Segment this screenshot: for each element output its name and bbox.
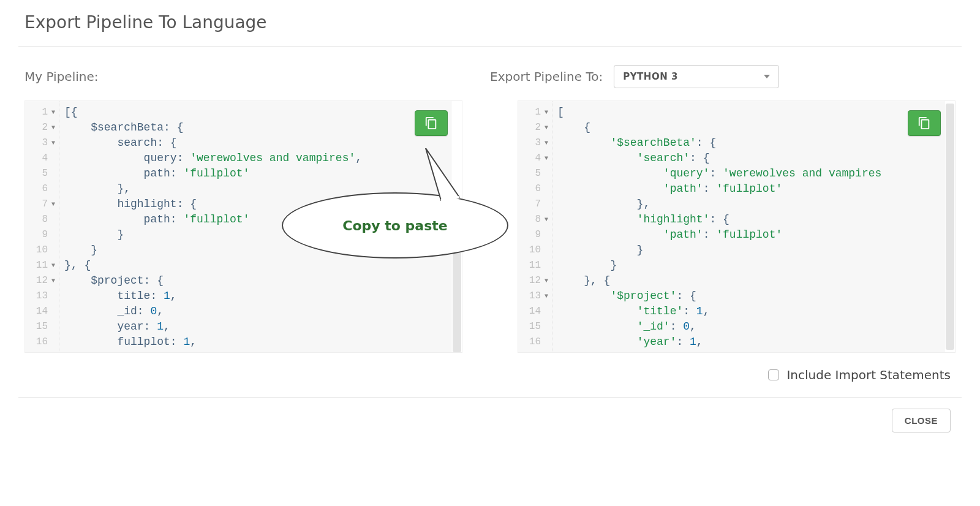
line-number: 16: [29, 334, 56, 350]
code-line: 'year': 1,: [557, 334, 881, 350]
scrollbar[interactable]: [944, 101, 955, 352]
exported-gutter: 1▼2▼3▼4▼5678▼9101112▼13▼141516: [518, 101, 552, 352]
code-line: 'path': 'fullplot': [557, 181, 881, 197]
copy-exported-button[interactable]: [908, 110, 941, 136]
line-number: 5: [29, 166, 56, 181]
line-number: 4▼: [522, 151, 549, 166]
include-imports-label: Include Import Statements: [786, 368, 951, 382]
fold-icon[interactable]: ▼: [50, 273, 56, 289]
code-line: '$project': {: [557, 289, 881, 304]
code-line: $project: {: [64, 273, 362, 289]
line-number: 6: [522, 181, 549, 197]
fold-icon[interactable]: ▼: [543, 105, 549, 120]
line-number: 2▼: [522, 120, 549, 135]
line-number: 8: [29, 212, 56, 227]
fold-icon[interactable]: ▼: [50, 135, 56, 151]
code-line: 'search': {: [557, 151, 881, 166]
line-number: 14: [522, 304, 549, 319]
dialog-title: Export Pipeline To Language: [24, 12, 956, 46]
annotation-callout: Copy to paste: [282, 192, 508, 259]
line-number: 16: [522, 334, 549, 350]
code-line: '_id': 0,: [557, 319, 881, 334]
fold-icon[interactable]: ▼: [543, 135, 549, 151]
copy-icon: [424, 116, 438, 130]
fold-icon[interactable]: ▼: [543, 273, 549, 289]
code-line: path: 'fullplot': [64, 166, 362, 181]
code-line: 'path': 'fullplot': [557, 227, 881, 243]
code-line: 'highlight': {: [557, 212, 881, 227]
fold-icon[interactable]: ▼: [50, 197, 56, 212]
code-line: [: [557, 105, 881, 120]
line-number: 7: [522, 197, 549, 212]
include-imports-checkbox[interactable]: [768, 369, 779, 380]
code-line: '$searchBeta': {: [557, 135, 881, 151]
line-number: 8▼: [522, 212, 549, 227]
source-gutter: 1▼2▼3▼4567▼891011▼12▼13141516: [25, 101, 59, 352]
copy-source-button[interactable]: [415, 110, 448, 136]
copy-icon: [918, 116, 931, 130]
fold-icon[interactable]: ▼: [543, 212, 549, 227]
line-number: 13▼: [522, 289, 549, 304]
code-line: },: [557, 197, 881, 212]
code-line: query: 'werewolves and vampires',: [64, 151, 362, 166]
code-line: search: {: [64, 135, 362, 151]
language-select[interactable]: PYTHON 3: [614, 65, 779, 88]
line-number: 10: [29, 243, 56, 258]
exported-code: [ { '$searchBeta': { 'search': { 'query'…: [552, 101, 881, 352]
callout-text: Copy to paste: [342, 218, 447, 233]
code-line: [{: [64, 105, 362, 120]
export-to-label: Export Pipeline To:: [490, 69, 603, 84]
line-number: 6: [29, 181, 56, 197]
callout-tail-icon: [404, 148, 478, 203]
code-line: }, {: [64, 258, 362, 273]
line-number: 1▼: [522, 105, 549, 120]
line-number: 12▼: [29, 273, 56, 289]
language-select-value: PYTHON 3: [623, 71, 678, 82]
line-number: 11▼: [29, 258, 56, 273]
code-line: {: [557, 120, 881, 135]
code-line: 'query': 'werewolves and vampires: [557, 166, 881, 181]
code-line: }, {: [557, 273, 881, 289]
fold-icon[interactable]: ▼: [50, 120, 56, 135]
line-number: 13: [29, 289, 56, 304]
line-number: 3▼: [522, 135, 549, 151]
line-number: 9: [29, 227, 56, 243]
line-number: 7▼: [29, 197, 56, 212]
code-line: }: [557, 243, 881, 258]
line-number: 9: [522, 227, 549, 243]
line-number: 11: [522, 258, 549, 273]
line-number: 12▼: [522, 273, 549, 289]
divider: [18, 397, 962, 398]
divider: [18, 46, 962, 47]
line-number: 10: [522, 243, 549, 258]
line-number: 5: [522, 166, 549, 181]
code-line: $searchBeta: {: [64, 120, 362, 135]
fold-icon[interactable]: ▼: [50, 258, 56, 273]
exported-editor[interactable]: 1▼2▼3▼4▼5678▼9101112▼13▼141516 [ { '$sea…: [518, 100, 956, 353]
line-number: 15: [29, 319, 56, 334]
fold-icon[interactable]: ▼: [543, 120, 549, 135]
code-line: }: [557, 258, 881, 273]
code-line: title: 1,: [64, 289, 362, 304]
chevron-down-icon: [764, 75, 770, 78]
scroll-thumb[interactable]: [946, 104, 954, 350]
line-number: 4: [29, 151, 56, 166]
line-number: 3▼: [29, 135, 56, 151]
code-line: year: 1,: [64, 319, 362, 334]
fold-icon[interactable]: ▼: [50, 105, 56, 120]
exported-code-pane: 1▼2▼3▼4▼5678▼9101112▼13▼141516 [ { '$sea…: [518, 100, 956, 353]
code-line: _id: 0,: [64, 304, 362, 319]
fold-icon[interactable]: ▼: [543, 151, 549, 166]
code-line: 'title': 1,: [557, 304, 881, 319]
close-button[interactable]: CLOSE: [892, 409, 951, 432]
code-line: fullplot: 1,: [64, 334, 362, 350]
line-number: 14: [29, 304, 56, 319]
line-number: 2▼: [29, 120, 56, 135]
line-number: 15: [522, 319, 549, 334]
line-number: 1▼: [29, 105, 56, 120]
fold-icon[interactable]: ▼: [543, 289, 549, 304]
my-pipeline-label: My Pipeline:: [24, 69, 98, 84]
